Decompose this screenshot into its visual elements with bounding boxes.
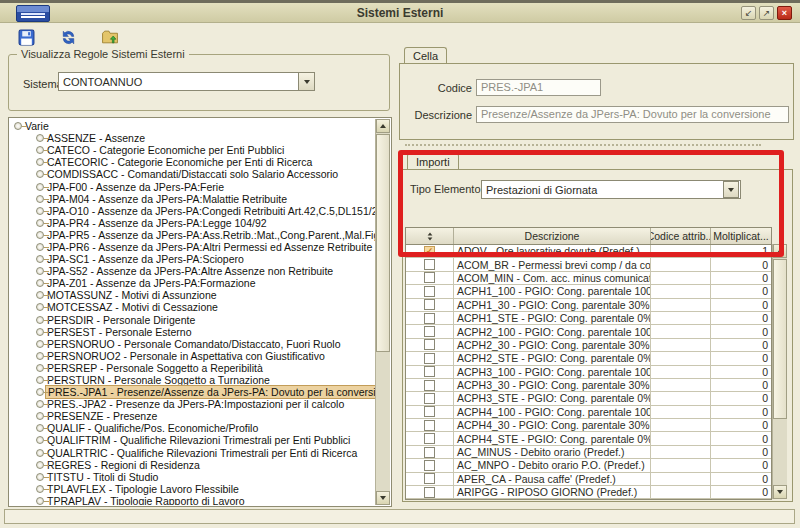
tree-item[interactable]: TITSTU - Titoli di Studio [10, 471, 375, 483]
tree-node-icon[interactable] [36, 352, 44, 360]
row-checkbox[interactable] [424, 380, 435, 391]
table-row[interactable]: ✓ADOV - Ore lavorative dovute (Predef.)1 [406, 245, 771, 258]
tree-node-icon[interactable] [36, 195, 44, 203]
tree-node-icon[interactable] [36, 231, 44, 239]
tree-node-icon[interactable] [36, 364, 44, 372]
table-row[interactable]: ACPH3_100 - PGIO: Cong. parentale 100% 3… [406, 366, 771, 379]
maximize-button[interactable]: ↗ [759, 6, 774, 20]
tree-node-icon[interactable] [36, 328, 44, 336]
table-row[interactable]: AC_MNPO - Debito orario P.O. (Predef.)0 [406, 459, 771, 472]
tree-item[interactable]: QUALIFTRIM - Qualifiche Rilevazioni Trim… [10, 434, 375, 446]
refresh-button[interactable] [57, 27, 79, 47]
row-checkbox[interactable] [424, 353, 435, 364]
row-checkbox[interactable] [424, 433, 435, 444]
tree-node-icon[interactable] [36, 340, 44, 348]
table-row[interactable]: ACPH4_30 - PGIO: Cong. parentale 30% 4° … [406, 419, 771, 432]
tree-item[interactable]: JPA-PR6 - Assenze da JPers-PA:Altri Perm… [10, 241, 375, 253]
tree-item[interactable]: ASSENZE - Assenze [10, 132, 375, 144]
tree-node-icon[interactable] [36, 497, 44, 505]
tree-node-icon[interactable] [36, 219, 44, 227]
tree-item[interactable]: JPA-O10 - Assenze da JPers-PA:Congedi Re… [10, 205, 375, 217]
table-row[interactable]: ACPH4_100 - PGIO: Cong. parentale 100% 4… [406, 406, 771, 419]
close-button[interactable]: × [777, 6, 792, 20]
table-scrollbar-thumb[interactable] [773, 259, 787, 419]
tree-node-icon[interactable] [36, 207, 44, 215]
dropdown-arrow-icon[interactable] [723, 181, 739, 198]
tree-item[interactable]: JPA-PR4 - Assenze da JPers-PA:Legge 104/… [10, 217, 375, 229]
row-checkbox[interactable] [424, 339, 435, 350]
tree-item[interactable]: CATECORIC - Categorie Economiche per Ent… [10, 156, 375, 168]
tree-item[interactable]: PERSNORUO - Personale Comandato/Distacca… [10, 338, 375, 350]
row-checkbox[interactable] [424, 299, 435, 310]
row-checkbox[interactable] [424, 366, 435, 377]
titlebar[interactable]: Sistemi Esterni ↙ ↗ × [0, 3, 800, 23]
table-scrollbar[interactable] [772, 244, 787, 499]
rules-tree[interactable]: VarieASSENZE - AssenzeCATECO - Categorie… [8, 117, 392, 507]
importi-table[interactable]: Descrizione Codice attrib... Moltiplicat… [405, 227, 772, 500]
table-row[interactable]: ACOM_MIN - Com. acc. minus comunicato (P… [406, 272, 771, 285]
tree-item[interactable]: PRESENZE - Presenze [10, 410, 375, 422]
table-scroll-up-button[interactable] [773, 244, 787, 258]
tree-item[interactable]: JPA-Z01 - Assenze da JPers-PA:Formazione [10, 277, 375, 289]
tree-item[interactable]: QUALRTRIC - Qualifiche Rilevazioni Trime… [10, 447, 375, 459]
tree-item[interactable]: JPA-SC1 - Assenze da JPers-PA:Sciopero [10, 253, 375, 265]
row-checkbox[interactable] [424, 286, 435, 297]
sistema-select[interactable]: CONTOANNUO [58, 72, 315, 91]
tree-item[interactable]: PERSNORUO2 - Personale in Aspettativa co… [10, 350, 375, 362]
dropdown-arrow-icon[interactable] [298, 73, 314, 90]
table-row[interactable]: AC_MINUS - Debito orario (Predef.)0 [406, 446, 771, 459]
tree-item[interactable]: JPA-M04 - Assenze da JPers-PA:Malattie R… [10, 193, 375, 205]
tree-node-icon[interactable] [36, 170, 44, 178]
tree-node-icon[interactable] [36, 461, 44, 469]
open-folder-button[interactable] [99, 27, 121, 47]
tree-item[interactable]: COMDISSACC - Comandati/Distaccati solo S… [10, 168, 375, 180]
tree-node-icon[interactable] [36, 388, 44, 396]
table-row[interactable]: ACPH2_30 - PGIO: Cong. parentale 30% 2° … [406, 339, 771, 352]
tree-item[interactable]: MOTASSUNZ - Motivi di Assunzione [10, 289, 375, 301]
tab-importi[interactable]: Importi [407, 153, 459, 169]
tree-scroll-down-button[interactable] [376, 491, 390, 505]
header-descrizione[interactable]: Descrizione [454, 228, 651, 244]
save-button[interactable] [15, 27, 37, 47]
row-checkbox[interactable] [424, 447, 435, 458]
row-checkbox[interactable] [424, 473, 435, 484]
table-row[interactable]: ACPH1_100 - PGIO: Cong. parentale 100% 1… [406, 285, 771, 298]
tree-node-icon[interactable] [36, 412, 44, 420]
tree-item[interactable]: JPA-PR5 - Assenze da JPers-PA:Ass.Retrib… [10, 229, 375, 241]
tree-node-icon[interactable] [36, 316, 44, 324]
table-row[interactable]: ACPH2_STE - PGIO: Cong. parentale 0% 2° … [406, 352, 771, 365]
tab-cella[interactable]: Cella [404, 47, 447, 63]
tree-node-icon[interactable] [36, 376, 44, 384]
table-row[interactable]: ACPH4_STE - PGIO: Cong. parentale 0% 4° … [406, 432, 771, 445]
tree-node-icon[interactable] [36, 424, 44, 432]
tree-scrollbar-thumb[interactable] [376, 134, 390, 352]
tree-node-icon[interactable] [36, 134, 44, 142]
tree-node-icon[interactable] [36, 267, 44, 275]
row-checkbox[interactable] [424, 259, 435, 270]
minimize-button[interactable]: ↙ [741, 6, 756, 20]
tree-node-icon[interactable] [36, 158, 44, 166]
tree-item[interactable]: PRES.-JPA1 - Presenze/Assenze da JPers-P… [10, 386, 375, 398]
tree-item[interactable]: PERSDIR - Personale Dirigente [10, 314, 375, 326]
tree-node-icon[interactable] [36, 400, 44, 408]
tree-node-icon[interactable] [36, 485, 44, 493]
table-row[interactable]: ACOM_BR - Permessi brevi comp / da comp … [406, 258, 771, 271]
tree-node-icon[interactable] [36, 303, 44, 311]
table-row[interactable]: ACPH1_STE - PGIO: Cong. parentale 0% 1° … [406, 312, 771, 325]
row-checkbox[interactable] [424, 406, 435, 417]
row-checkbox[interactable] [424, 272, 435, 283]
tree-item[interactable]: PRES.-JPA2 - Presenze da JPers-PA:Impost… [10, 398, 375, 410]
header-moltiplicatore[interactable]: Moltiplicat... [711, 228, 771, 244]
tree-node-icon[interactable] [36, 146, 44, 154]
row-checkbox[interactable]: ✓ [424, 246, 435, 257]
importi-table-header[interactable]: Descrizione Codice attrib... Moltiplicat… [406, 228, 771, 245]
tree-node-icon[interactable] [36, 473, 44, 481]
tree-node-icon[interactable] [36, 279, 44, 287]
tree-item[interactable]: MOTCESSAZ - Motivi di Cessazione [10, 301, 375, 313]
tree-item[interactable]: CATECO - Categorie Economiche per Enti P… [10, 144, 375, 156]
table-scroll-down-button[interactable] [773, 485, 787, 499]
row-checkbox[interactable] [424, 326, 435, 337]
row-checkbox[interactable] [424, 393, 435, 404]
tipo-elemento-select[interactable]: Prestazioni di Giornata [481, 180, 741, 199]
table-row[interactable]: ARIPGG - RIPOSO GIORNO (Predef.)0 [406, 486, 771, 499]
